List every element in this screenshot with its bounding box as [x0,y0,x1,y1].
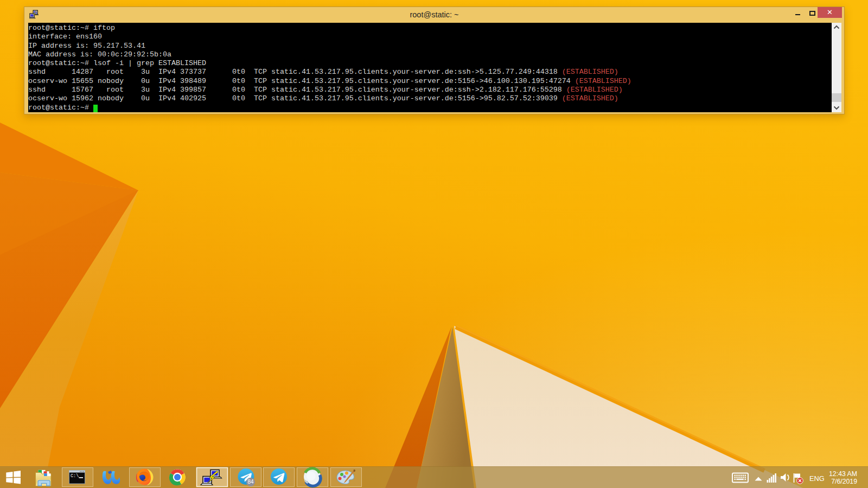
svg-text:12:43 AM: 12:43 AM [829,470,857,478]
svg-text:C:\: C:\ [71,473,79,479]
svg-text:7/6/2019: 7/6/2019 [831,478,857,485]
svg-text:ENG: ENG [809,474,825,483]
svg-text:84: 84 [247,479,254,485]
